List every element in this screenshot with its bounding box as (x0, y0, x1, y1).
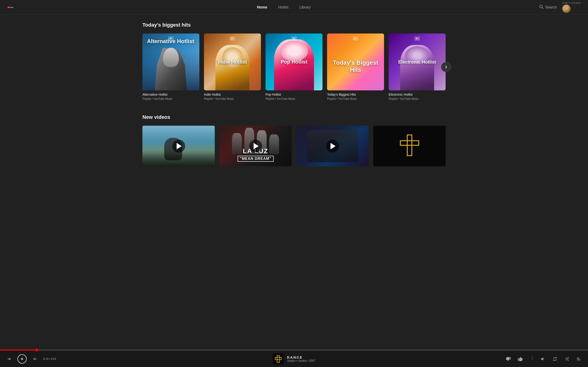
card-subtitle-electronic: Playlist • YouTube Music (389, 97, 446, 100)
playlist-icon-pop (291, 36, 297, 41)
track-title: D.A.N.C.E (287, 356, 315, 359)
play-button-3[interactable] (326, 140, 339, 152)
card-overlay-indie: Indie Hotlist (207, 59, 258, 65)
svg-rect-19 (277, 356, 279, 362)
svg-rect-17 (21, 358, 22, 360)
player-bar: 0:15 / 4:02 D.A.N.C.E Justice • Justice … (0, 350, 588, 367)
logo-link[interactable]: Music (7, 5, 15, 10)
card-thumb-pop: Pop Hotlist (266, 33, 322, 90)
thumb-down-button[interactable] (506, 355, 513, 363)
svg-text:Music: Music (10, 6, 14, 8)
progress-fill (0, 350, 37, 350)
early-access-badge: EARLY ACCESS (562, 2, 581, 4)
avatar-image (562, 5, 571, 13)
cards-row: Alternative Hotlist Alternative Hotlist … (142, 33, 446, 100)
nav-library[interactable]: Library (300, 5, 311, 9)
more-options-button[interactable] (530, 356, 535, 362)
card-indie-hotlist[interactable]: Indie Hotlist Indie Hotlist Playlist • Y… (204, 33, 261, 100)
time-display: 0:15 / 4:02 (43, 357, 56, 361)
volume-button[interactable] (539, 355, 547, 363)
card-thumb-indie: Indie Hotlist (204, 33, 261, 90)
youtube-music-logo: Music (7, 5, 15, 10)
new-videos-title: New videos (142, 114, 446, 120)
cross-icon (399, 134, 420, 157)
card-overlay-biggest: Today's Biggest Hits (333, 59, 378, 73)
track-details: D.A.N.C.E Justice • Justice • 2007 (287, 356, 315, 362)
card-biggest-hits[interactable]: Today's Biggest Hits Today's Biggest Hit… (327, 33, 384, 100)
search-icon (539, 4, 544, 10)
player-right-controls (506, 355, 582, 363)
playlist-icon-electronic (414, 36, 420, 41)
user-avatar[interactable] (562, 5, 571, 13)
pause-button[interactable] (17, 354, 27, 364)
shuffle-button[interactable] (563, 355, 571, 363)
new-videos-section: New videos (142, 114, 446, 166)
card-subtitle-biggest: Playlist • YouTube Music (327, 97, 384, 100)
search-label: Search (545, 5, 557, 9)
svg-rect-18 (22, 358, 23, 360)
video-card-laluz[interactable]: LA LUZ "MEAN DREAM" (219, 126, 292, 166)
progress-bar[interactable] (0, 350, 588, 350)
video-thumb-justice (373, 126, 446, 166)
svg-point-22 (532, 358, 533, 359)
skip-forward-button[interactable] (31, 355, 39, 363)
track-info: D.A.N.C.E Justice • Justice • 2007 (273, 353, 315, 365)
skip-back-button[interactable] (6, 355, 13, 363)
video-card-3[interactable] (296, 126, 369, 166)
svg-rect-20 (275, 357, 281, 360)
repeat-button[interactable] (551, 355, 559, 363)
queue-button[interactable] (575, 355, 582, 363)
card-title-biggest: Today's Biggest Hits (327, 93, 384, 96)
playlist-icon-biggest (352, 36, 359, 41)
player-controls: 0:15 / 4:02 (6, 354, 56, 364)
nav-home[interactable]: Home (257, 5, 267, 9)
search-area[interactable]: Search (539, 4, 557, 10)
track-thumb-cross-icon (275, 355, 282, 363)
videos-row: LA LUZ "MEAN DREAM" (142, 126, 446, 166)
biggest-hits-title: Today's biggest hits (142, 22, 446, 28)
nav-links: Home Hotlist Library (29, 5, 539, 9)
video-card-justice[interactable] (373, 126, 446, 166)
navbar: Music Home Hotlist Library Search EARLY … (0, 0, 588, 15)
card-subtitle-pop: Playlist • YouTube Music (266, 97, 322, 100)
card-thumb-alternative: Alternative Hotlist (142, 33, 199, 90)
track-thumbnail (273, 353, 284, 365)
nav-hotlist[interactable]: Hotlist (278, 5, 288, 9)
nav-right: Search (539, 4, 557, 10)
playlist-icon-indie (229, 36, 236, 41)
card-title-indie: Indie Hotlist (204, 93, 261, 96)
video-thumb-3 (296, 126, 369, 166)
main-content: Today's biggest hits Alternative Hotlist (133, 15, 455, 203)
track-artist: Justice • Justice • 2007 (287, 359, 315, 362)
svg-rect-16 (400, 141, 419, 145)
play-button-laluz[interactable] (249, 140, 262, 152)
playlist-icon-alternative (168, 36, 174, 41)
card-thumb-biggest: Today's Biggest Hits (327, 33, 384, 90)
video-card-1[interactable] (142, 126, 215, 166)
card-overlay-pop: Pop Hotlist (268, 59, 320, 65)
svg-point-23 (532, 359, 533, 360)
card-title-electronic: Electronic Hotlist (389, 93, 446, 96)
card-title-alternative: Alternative Hotlist (142, 93, 199, 96)
next-arrow-button[interactable] (441, 62, 451, 72)
video-thumb-1 (142, 126, 215, 166)
card-pop-hotlist[interactable]: Pop Hotlist Pop Hotlist Playlist • YouTu… (266, 33, 322, 100)
video-thumb-laluz: LA LUZ "MEAN DREAM" (219, 126, 292, 166)
card-title-pop: Pop Hotlist (266, 93, 322, 96)
biggest-hits-section: Today's biggest hits Alternative Hotlist (142, 22, 446, 100)
progress-dot (35, 349, 38, 351)
thumb-up-button[interactable] (518, 355, 525, 363)
card-overlay-electronic: Electronic Hotlist (391, 59, 443, 65)
card-electronic-hotlist[interactable]: Electronic Hotlist Electronic Hotlist Pl… (389, 33, 446, 100)
svg-point-21 (532, 357, 533, 357)
card-subtitle-alternative: Playlist • YouTube Music (142, 97, 199, 100)
play-button-1[interactable] (172, 140, 185, 152)
card-subtitle-indie: Playlist • YouTube Music (204, 97, 261, 100)
card-thumb-electronic: Electronic Hotlist (389, 33, 446, 90)
card-alternative-hotlist[interactable]: Alternative Hotlist Alternative Hotlist … (142, 33, 199, 100)
svg-line-4 (542, 8, 543, 9)
